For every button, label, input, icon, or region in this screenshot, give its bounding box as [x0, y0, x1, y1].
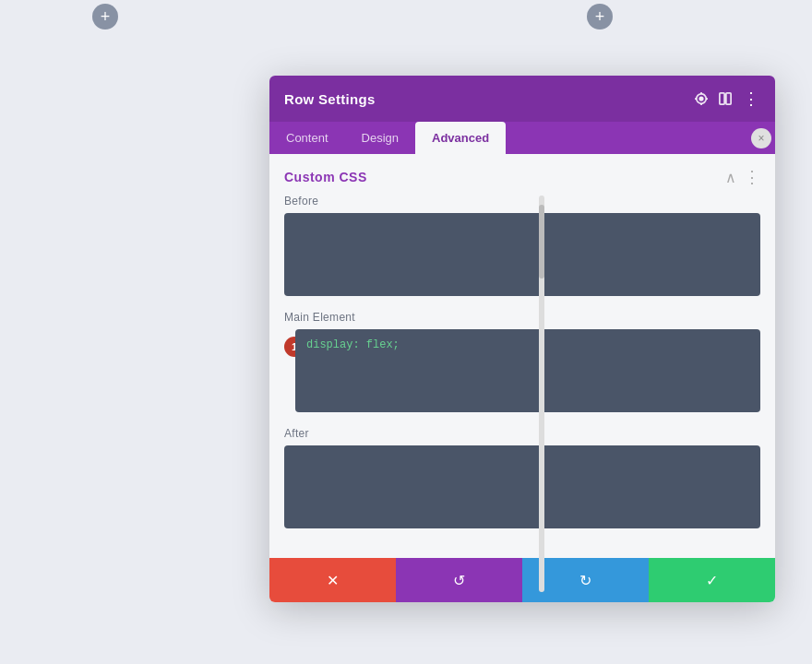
- scrollbar-track: [539, 196, 544, 592]
- modal-title: Row Settings: [284, 91, 376, 107]
- svg-point-1: [699, 97, 703, 101]
- scrollbar-thumb[interactable]: [539, 205, 544, 279]
- modal-content: Custom CSS ∧ ⋮ Before Main Element 1 dis…: [269, 154, 775, 558]
- target-icon[interactable]: [695, 92, 708, 105]
- tab-advanced[interactable]: Advanced: [415, 122, 506, 154]
- after-label: After: [284, 427, 760, 440]
- more-icon[interactable]: ⋮: [743, 89, 760, 109]
- save-button[interactable]: ✓: [649, 558, 775, 602]
- before-label: Before: [284, 195, 760, 208]
- tabs-row: Content Design Advanced ×: [269, 122, 775, 154]
- tab-content[interactable]: Content: [269, 122, 345, 154]
- header-icons: ⋮: [695, 89, 760, 109]
- add-button-right[interactable]: +: [587, 4, 613, 30]
- section-title: Custom CSS: [284, 170, 367, 184]
- background: + + Row Settings: [0, 0, 812, 664]
- main-element-textarea[interactable]: display: flex;: [295, 329, 760, 412]
- section-more-icon[interactable]: ⋮: [744, 167, 760, 187]
- section-header: Custom CSS ∧ ⋮: [284, 154, 760, 195]
- collapse-icon[interactable]: ∧: [725, 169, 736, 186]
- modal-footer: ✕ ↺ ↻ ✓: [269, 558, 775, 602]
- columns-icon[interactable]: [719, 92, 732, 105]
- svg-rect-7: [726, 93, 731, 104]
- add-button-left[interactable]: +: [92, 4, 118, 30]
- code-line: display: flex;: [306, 338, 400, 351]
- svg-rect-6: [720, 93, 724, 104]
- row-settings-modal: Row Settings: [269, 76, 775, 602]
- undo-button[interactable]: ↺: [396, 558, 522, 602]
- after-textarea[interactable]: [284, 445, 760, 528]
- section-icons: ∧ ⋮: [725, 167, 760, 187]
- main-element-field: Main Element 1 display: flex;: [284, 311, 760, 412]
- cancel-button[interactable]: ✕: [269, 558, 396, 602]
- tab-design[interactable]: Design: [345, 122, 415, 154]
- close-button[interactable]: ×: [751, 128, 771, 148]
- before-textarea[interactable]: [284, 213, 760, 296]
- tab-spacer: [506, 122, 751, 154]
- before-field: Before: [284, 195, 760, 296]
- main-element-wrapper: 1 display: flex;: [295, 329, 760, 412]
- modal-header: Row Settings: [269, 76, 775, 122]
- main-element-label: Main Element: [284, 311, 760, 324]
- tabs-close-area: ×: [751, 122, 775, 154]
- after-field: After: [284, 427, 760, 528]
